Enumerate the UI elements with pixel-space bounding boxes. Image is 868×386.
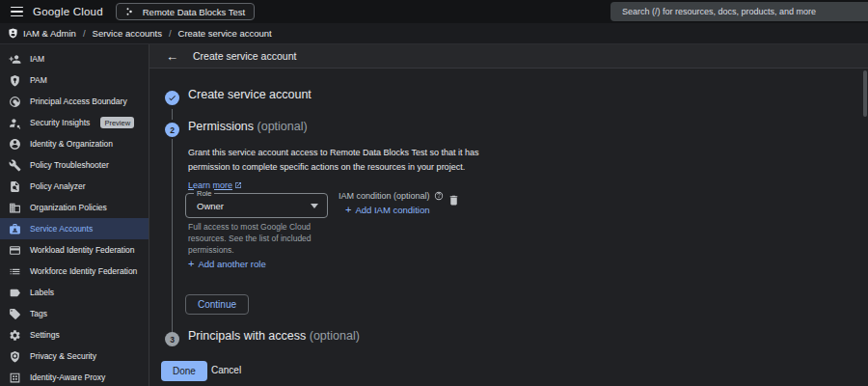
sidebar-item-identity-aware-proxy[interactable]: Identity-Aware Proxy: [0, 367, 149, 386]
sidebar-item-labels[interactable]: Labels: [0, 282, 149, 303]
doc-search-icon: [9, 180, 21, 193]
add-another-role-label: Add another role: [198, 259, 265, 269]
sidebar-item-security-insights[interactable]: Security InsightsPreview: [0, 112, 149, 133]
menu-icon[interactable]: [0, 0, 25, 23]
proxy-grid-icon: [9, 372, 21, 384]
breadcrumb-iam-admin[interactable]: IAM & Admin: [23, 28, 76, 39]
list-icon: [9, 265, 21, 278]
check-icon: [168, 94, 176, 102]
search-input[interactable]: [610, 7, 868, 16]
preview-badge: Preview: [100, 117, 134, 128]
sidebar-item-pam[interactable]: PAM: [0, 69, 149, 91]
project-icon: [125, 6, 137, 17]
step2-title: Permissions (optional): [188, 120, 308, 133]
sidebar-item-principal-access-boundary[interactable]: Principal Access Boundary: [0, 91, 149, 112]
permissions-description-block: Grant this service account access to Rem…: [188, 146, 521, 192]
role-select[interactable]: Role Owner: [185, 193, 328, 218]
wizard-content: Create service account 2 Permissions (op…: [149, 69, 868, 386]
step3-title-suffix: (optional): [310, 329, 360, 343]
sidebar-item-label: Service Accounts: [30, 224, 93, 234]
step2-title-text: Permissions: [188, 120, 258, 133]
page-header: ← Create service account: [149, 44, 868, 69]
person-add-icon: [9, 53, 21, 66]
sidebar-item-service-accounts[interactable]: Service Accounts: [0, 218, 149, 239]
stepper-connector: [172, 139, 173, 332]
help-icon[interactable]: [434, 191, 444, 201]
sidebar-item-label: PAM: [30, 75, 47, 85]
add-another-role-button[interactable]: + Add another role: [188, 259, 266, 269]
sidebar-item-label: Settings: [30, 330, 60, 340]
back-button[interactable]: ←: [166, 50, 178, 63]
role-helper-text: Full access to most Google Cloud resourc…: [188, 221, 342, 256]
sidebar-item-settings[interactable]: Settings: [0, 324, 149, 345]
boundary-icon: [9, 96, 21, 108]
chevron-down-icon: [311, 204, 318, 208]
sidebar-item-policy-analyzer[interactable]: Policy Analyzer: [0, 176, 149, 197]
page-title: Create service account: [193, 50, 296, 62]
sidebar-item-organization-policies[interactable]: Organization Policies: [0, 197, 149, 218]
sidebar-item-label: IAM: [30, 54, 44, 64]
sidebar-item-identity-organization[interactable]: Identity & Organization: [0, 133, 149, 154]
card-icon: [9, 244, 21, 257]
sidebar-item-policy-troubleshooter[interactable]: Policy Troubleshooter: [0, 154, 149, 176]
cancel-button[interactable]: Cancel: [211, 365, 241, 375]
permissions-description: Grant this service account access to Rem…: [188, 146, 521, 175]
iam-condition-label: IAM condition (optional): [339, 191, 430, 201]
top-bar: Google Cloud Remote Data Blocks Test: [0, 0, 868, 23]
delete-role-button[interactable]: [448, 193, 460, 207]
step2-circle: 2: [165, 123, 179, 137]
continue-button[interactable]: Continue: [185, 294, 249, 315]
iam-condition-label-row: IAM condition (optional): [339, 191, 444, 201]
breadcrumb-create-service-account: Create service account: [178, 28, 272, 39]
done-button[interactable]: Done: [161, 361, 207, 381]
shield-globe-icon: [9, 350, 21, 363]
service-accounts-icon: [9, 223, 21, 235]
step1-check-circle: [165, 91, 179, 105]
external-link-icon: [234, 181, 242, 189]
add-iam-condition-label: Add IAM condition: [355, 205, 429, 215]
shield-key-icon: [9, 74, 21, 87]
role-selected-value: Owner: [186, 201, 311, 211]
wrench-icon: [9, 159, 21, 172]
gear-icon: [9, 329, 21, 342]
step1-title[interactable]: Create service account: [188, 88, 312, 101]
sidebar-list: IAMPAMPrincipal Access BoundarySecurity …: [0, 48, 149, 386]
step3-title[interactable]: Principals with access (optional): [188, 329, 360, 343]
sidebar-item-label: Workforce Identity Federation: [30, 266, 137, 276]
project-name: Remote Data Blocks Test: [143, 7, 245, 17]
sidebar-item-label: Security Insights: [30, 118, 90, 127]
sidebar-item-label: Identity-Aware Proxy: [30, 372, 105, 382]
sidebar-item-label: Privacy & Security: [30, 351, 96, 361]
step2-title-suffix: (optional): [258, 120, 308, 133]
sidebar-item-workforce-identity-federation[interactable]: Workforce Identity Federation: [0, 261, 149, 282]
step3-circle: 3: [165, 332, 179, 346]
sidebar-item-label: Labels: [30, 288, 54, 297]
tag-icon: [9, 308, 21, 320]
sidebar-item-label: Tags: [30, 309, 47, 318]
sidebar-item-label: Workload Identity Federation: [30, 245, 135, 255]
sidebar-item-iam[interactable]: IAM: [0, 48, 149, 69]
sidebar-item-label: Policy Troubleshooter: [30, 160, 109, 170]
step3-title-text: Principals with access: [188, 329, 310, 343]
breadcrumb-separator: /: [169, 28, 172, 39]
scrollbar-thumb[interactable]: [863, 70, 867, 117]
sidebar-nav: IAMPAMPrincipal Access BoundarySecurity …: [0, 44, 149, 386]
sidebar-item-label: Principal Access Boundary: [30, 96, 127, 106]
plus-icon: +: [188, 259, 194, 269]
person-search-icon: [9, 117, 21, 129]
stepper-connector: [172, 109, 173, 120]
project-selector-button[interactable]: Remote Data Blocks Test: [116, 3, 255, 20]
sidebar-item-workload-identity-federation[interactable]: Workload Identity Federation: [0, 239, 149, 261]
main-panel: ← Create service account Create service …: [149, 44, 868, 386]
sidebar-item-label: Policy Analyzer: [30, 181, 86, 191]
person-circle-icon: [9, 138, 21, 151]
sidebar-item-privacy-security[interactable]: Privacy & Security: [0, 345, 149, 367]
add-iam-condition-button[interactable]: + Add IAM condition: [345, 205, 430, 215]
breadcrumb-service-accounts[interactable]: Service accounts: [93, 28, 162, 39]
sidebar-item-tags[interactable]: Tags: [0, 303, 149, 324]
breadcrumb: IAM & Admin / Service accounts / Create …: [0, 23, 868, 44]
search-box: [610, 2, 868, 21]
label-icon: [9, 287, 21, 299]
plus-icon: +: [345, 205, 351, 215]
role-field-label: Role: [194, 189, 214, 198]
